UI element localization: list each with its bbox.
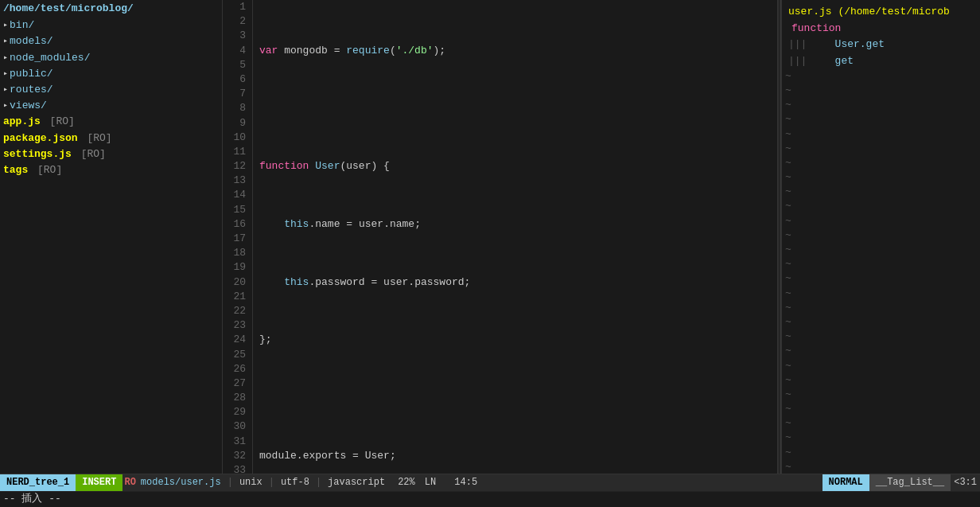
status-sep3: | — [313, 476, 325, 489]
ln-label: LN — [422, 476, 439, 489]
file-path: models/user.js — [138, 476, 224, 489]
insert-mode-text: -- 插入 -- — [3, 492, 61, 506]
sidebar-item-appjs[interactable]: app.js [RO] — [0, 114, 222, 130]
sidebar-item-routes[interactable]: ▸ routes/ — [0, 82, 222, 98]
arrow-icon: ▸ — [3, 53, 8, 64]
sidebar-item-label: app.js — [3, 115, 41, 129]
code-line: function User(user) { — [259, 159, 771, 174]
sidebar-item-node-modules[interactable]: ▸ node_modules/ — [0, 50, 222, 66]
right-panel-item-get: ||| get — [782, 53, 980, 69]
code-line: }; — [259, 333, 771, 347]
nerd-tree-label: NERD_tree_1 — [0, 474, 76, 491]
main-container: /home/test/microblog/ ▸ bin/ ▸ models/ ▸… — [0, 0, 980, 474]
percent-label: 22% — [395, 476, 418, 489]
right-panel-file: user.js (/home/test/microb — [782, 3, 980, 21]
right-panel: Press <F1> to display he user.js (/home/… — [781, 0, 980, 474]
tag-list-label: __Tag_List__ — [869, 474, 951, 491]
sidebar-item-label: settings.js — [3, 147, 72, 162]
code-line — [259, 101, 771, 115]
line-numbers: 12345 678910 1112131415 1617181920 21222… — [223, 0, 253, 474]
right-panel-fn: User.get — [810, 37, 885, 52]
sidebar-item-label: routes/ — [10, 83, 53, 97]
sidebar-item-tags[interactable]: tags [RO] — [0, 162, 222, 178]
right-panel-keyword: function — [791, 21, 841, 36]
sidebar-item-label: models/ — [10, 34, 53, 49]
position-label: <3:1 — [951, 476, 980, 489]
sidebar-item-views[interactable]: ▸ views/ — [0, 98, 222, 114]
status-bar: NERD_tree_1 INSERT RO models/user.js | u… — [0, 474, 980, 491]
code-line: this.name = user.name; — [259, 217, 771, 232]
sidebar-item-label: node_modules/ — [10, 51, 90, 65]
pipe-icon: ||| — [788, 37, 807, 52]
vertical-divider — [777, 0, 779, 474]
code-container: 12345 678910 1112131415 1617181920 21222… — [223, 0, 777, 474]
sidebar-item-label: package.json — [3, 131, 78, 146]
editor-area: 12345 678910 1112131415 1617181920 21222… — [223, 0, 777, 474]
tilde-area: ~~~~~ ~~~~~ ~~~~~ ~~~~~ ~~~~~ ~~~ — [782, 69, 980, 474]
language-label: javascript — [325, 476, 388, 489]
code-line: module.exports = User; — [259, 449, 771, 463]
format-label: unix — [236, 476, 266, 489]
right-panel-item-function: function — [782, 21, 980, 37]
right-panel-fn2: get — [810, 54, 854, 68]
arrow-icon: ▸ — [3, 84, 8, 96]
sidebar-item-models[interactable]: ▸ models/ — [0, 33, 222, 49]
line-num — [439, 476, 451, 489]
sidebar-badge: [RO] — [81, 131, 112, 146]
ro-badge: RO — [122, 476, 137, 489]
sidebar-item-public[interactable]: ▸ public/ — [0, 66, 222, 82]
sidebar-item-label: views/ — [10, 99, 47, 113]
insert-mode-label: INSERT — [76, 474, 122, 491]
arrow-icon: ▸ — [3, 68, 8, 80]
status-sep2: | — [266, 476, 278, 489]
arrow-icon: ▸ — [3, 20, 8, 31]
code-line: this.password = user.password; — [259, 275, 771, 290]
insert-bar: -- 插入 -- — [0, 491, 980, 507]
encoding-label: utf-8 — [278, 476, 313, 489]
arrow-icon: ▸ — [3, 36, 8, 47]
arrow-icon: ▸ — [3, 100, 8, 111]
code-editor[interactable]: var mongodb = require('./db'); function … — [253, 0, 777, 474]
status-sep1: | — [224, 476, 236, 489]
pipe-icon: ||| — [788, 54, 807, 68]
sidebar-badge: [RO] — [44, 115, 75, 129]
sidebar-badge: [RO] — [75, 147, 106, 162]
normal-mode-label: NORMAL — [822, 474, 869, 491]
sidebar-header: /home/test/microblog/ — [0, 0, 222, 18]
sidebar-item-settingsjs[interactable]: settings.js [RO] — [0, 146, 222, 162]
sidebar-item-bin[interactable]: ▸ bin/ — [0, 18, 222, 33]
sidebar-item-label: public/ — [10, 67, 53, 81]
right-panel-item-userget: ||| User.get — [782, 37, 980, 53]
code-line — [259, 391, 771, 405]
sidebar-badge: [RO] — [31, 163, 62, 177]
sidebar-item-label: tags — [3, 163, 28, 177]
sidebar: /home/test/microblog/ ▸ bin/ ▸ models/ ▸… — [0, 0, 223, 474]
sidebar-item-packagejson[interactable]: package.json [RO] — [0, 131, 222, 146]
sidebar-item-label: bin/ — [10, 18, 34, 33]
code-line: var mongodb = require('./db'); — [259, 44, 771, 58]
line-col: 14:5 — [451, 476, 480, 489]
